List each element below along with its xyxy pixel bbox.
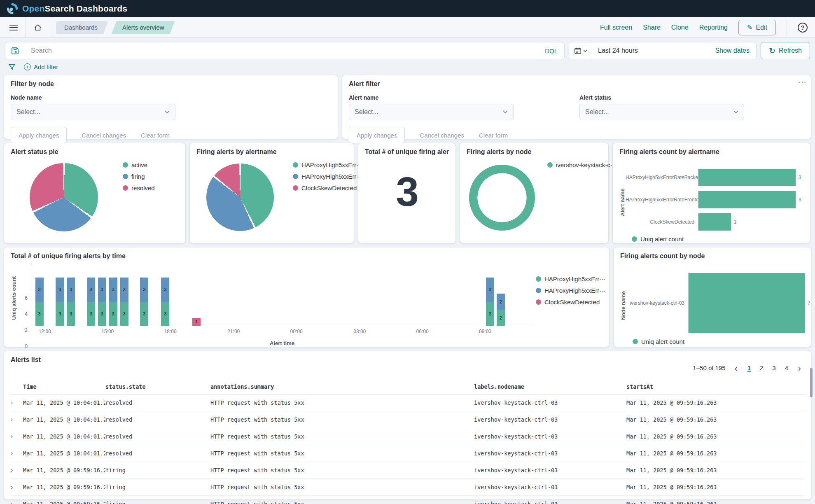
time-bar[interactable]: 33: [486, 278, 494, 326]
column-header[interactable]: labels.nodename: [474, 379, 626, 394]
legend-swatch-icon: [123, 174, 128, 179]
legend-item[interactable]: Uniq alert count: [633, 338, 684, 345]
time-bar[interactable]: 33: [109, 278, 117, 326]
breadcrumb-alerts-overview[interactable]: Alerts overview: [112, 21, 175, 34]
add-filter-button[interactable]: + Add filter: [24, 63, 58, 70]
panel-menu-icon[interactable]: ⋯: [798, 77, 807, 87]
time-bar[interactable]: 22: [497, 294, 505, 326]
firing-alerts-pie-chart[interactable]: [206, 163, 274, 231]
expand-row-icon[interactable]: ›: [11, 467, 13, 474]
apply-changes-button[interactable]: Apply changes: [11, 127, 67, 143]
alert-status-label: Alert status: [579, 94, 744, 101]
legend-item[interactable]: ClockSkewDetected: [293, 184, 362, 191]
bar[interactable]: [698, 191, 796, 208]
cell-starts-at: Mar 11, 2025 @ 09:59:16.263: [626, 411, 804, 428]
scrollbar-thumb[interactable]: [810, 368, 813, 397]
bar[interactable]: [689, 273, 805, 333]
firing-alerts-donut-chart[interactable]: [469, 165, 535, 231]
legend-item[interactable]: resolved: [123, 184, 155, 191]
time-bar[interactable]: 33: [87, 278, 95, 326]
column-header[interactable]: status.state: [105, 379, 210, 394]
alert-name-select[interactable]: Select...: [349, 104, 514, 120]
prev-page-icon[interactable]: ‹: [734, 364, 738, 372]
legend-item[interactable]: ivershov-keystack-c···: [547, 161, 617, 168]
time-bar-segment: 3: [98, 278, 106, 302]
divider: [787, 20, 787, 35]
alert-status-pie-chart[interactable]: [30, 163, 98, 231]
bar-category-label: HAProxyHigh5xxErrorRateBackend: [626, 175, 698, 180]
time-range-value[interactable]: Last 24 hours: [592, 47, 638, 54]
clear-form-button[interactable]: Clear form: [141, 132, 170, 139]
page-number-1[interactable]: 1: [747, 364, 752, 371]
cancel-changes-button[interactable]: Cancel changes: [82, 132, 126, 139]
time-bar[interactable]: 33: [35, 278, 44, 326]
legend-swatch-icon: [293, 174, 298, 179]
time-bar[interactable]: 33: [120, 278, 128, 326]
cancel-changes-button[interactable]: Cancel changes: [420, 132, 464, 139]
show-dates-link[interactable]: Show dates: [715, 47, 756, 54]
legend-item[interactable]: HAProxyHigh5xxErr···: [293, 173, 362, 180]
time-bar[interactable]: 33: [98, 278, 106, 326]
panel-total-unique-firing-alerts: Total # of unique firing alerts 3: [358, 143, 455, 243]
share-link[interactable]: Share: [643, 24, 661, 31]
chart-legend: HAProxyHigh5xxErr···HAProxyHigh5xxErr···…: [533, 270, 602, 346]
column-header[interactable]: Time: [23, 379, 105, 394]
time-bar-segment: 3: [109, 302, 117, 326]
expand-row-icon[interactable]: ›: [11, 416, 13, 423]
y-tick-label: 4: [25, 311, 28, 317]
x-tick-label: 12:00: [39, 329, 51, 334]
bar[interactable]: [698, 213, 731, 231]
legend-item[interactable]: active: [123, 161, 155, 168]
query-language-button[interactable]: DQL: [538, 47, 564, 54]
time-bar[interactable]: 33: [67, 278, 75, 326]
legend-item[interactable]: HAProxyHigh5xxErr···: [536, 275, 602, 282]
help-icon[interactable]: ?: [798, 23, 808, 33]
time-bar[interactable]: 1: [192, 318, 201, 326]
full-screen-link[interactable]: Full screen: [600, 24, 632, 31]
panel-alert-filter: ⋯ Alert filter Alert name Select... Appl…: [342, 75, 811, 139]
cell-nodename: ivershov-keystack-ctrl-03: [474, 394, 626, 411]
legend-item[interactable]: HAProxyHigh5xxErr···: [536, 287, 602, 294]
clear-form-button[interactable]: Clear form: [479, 132, 508, 139]
expand-row-icon[interactable]: ›: [11, 500, 13, 504]
page-number-4[interactable]: 4: [784, 364, 789, 371]
time-bar[interactable]: 33: [161, 278, 169, 326]
apply-changes-button[interactable]: Apply changes: [349, 127, 405, 143]
expand-row-icon[interactable]: ›: [11, 450, 13, 457]
panel-title: Firing alerts count by alertname: [619, 148, 803, 156]
legend-item[interactable]: HAProxyHigh5xxErr···: [293, 161, 362, 168]
legend-item[interactable]: firing: [123, 173, 155, 180]
clone-link[interactable]: Clone: [671, 24, 689, 31]
alert-status-select[interactable]: Select...: [579, 104, 744, 120]
menu-hamburger-icon[interactable]: [7, 21, 20, 34]
reporting-link[interactable]: Reporting: [699, 24, 728, 31]
time-bar-segment: 3: [87, 302, 95, 326]
home-icon[interactable]: [32, 21, 44, 34]
bar[interactable]: [698, 169, 796, 186]
x-tick-label: 03:00: [353, 329, 366, 334]
cell-time: Mar 11, 2025 @ 09:59:16.263: [23, 495, 105, 504]
legend-item[interactable]: Uniq alert count: [632, 236, 684, 243]
cell-summary: HTTP request with status 5xx: [210, 428, 474, 445]
calendar-icon[interactable]: [569, 42, 592, 59]
expand-row-icon[interactable]: ›: [11, 399, 13, 406]
legend-label: ClockSkewDetected: [301, 184, 357, 191]
chart-legend: Uniq alert count: [632, 236, 803, 243]
next-page-icon[interactable]: ›: [797, 364, 802, 372]
time-bar[interactable]: 33: [56, 278, 64, 326]
page-number-2[interactable]: 2: [759, 364, 764, 371]
expand-row-icon[interactable]: ›: [11, 433, 13, 440]
time-bar[interactable]: 33: [140, 278, 148, 326]
page-number-3[interactable]: 3: [771, 364, 776, 371]
node-name-select[interactable]: Select...: [11, 104, 175, 120]
saved-query-icon[interactable]: [5, 42, 25, 59]
legend-item[interactable]: ClockSkewDetected: [536, 299, 602, 306]
column-header[interactable]: startsAt: [626, 379, 804, 394]
refresh-button[interactable]: ↻ Refresh: [761, 42, 810, 59]
expand-row-icon[interactable]: ›: [11, 483, 13, 491]
edit-button[interactable]: ✎ Edit: [738, 20, 776, 35]
filter-funnel-icon[interactable]: [8, 63, 16, 70]
search-input[interactable]: [25, 47, 538, 54]
column-header[interactable]: annotations.summary: [210, 379, 474, 394]
breadcrumb-dashboards[interactable]: Dashboards: [56, 21, 108, 34]
